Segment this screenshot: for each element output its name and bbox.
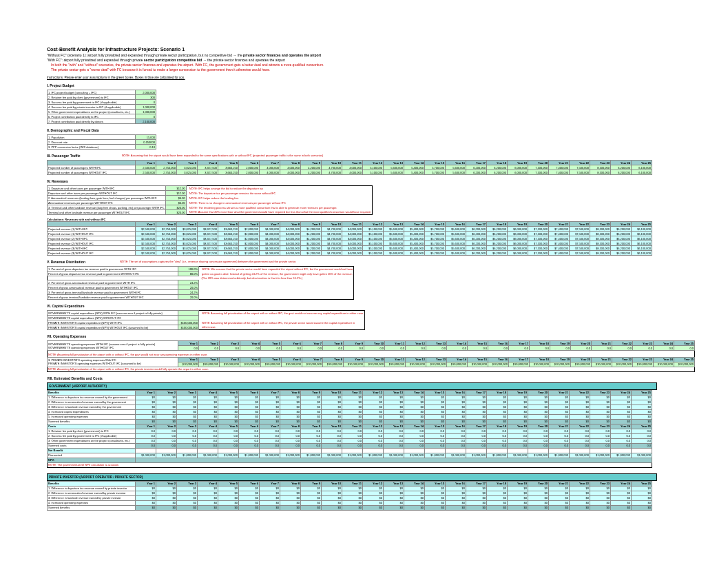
section-1-hdr: I. Project Budget bbox=[47, 83, 728, 88]
row-value[interactable]: 300 bbox=[136, 95, 156, 100]
row-label: 2. Retainer fee paid by client (governme… bbox=[48, 95, 136, 100]
section-6-hdr: VI. Capital Expenditure bbox=[47, 304, 728, 308]
note-red-1: In both the "with" and "without" scenari… bbox=[51, 63, 728, 67]
row-label: 7. Project contribution paid directly by… bbox=[48, 119, 136, 124]
row-value[interactable]: 0 bbox=[136, 100, 156, 105]
row-value[interactable]: 2,000,000 bbox=[136, 90, 156, 95]
capex-table: GOVERNMENT'S capital expenditure (NPV) W… bbox=[47, 310, 365, 330]
instructions: Instructions: Please enter your assumpti… bbox=[47, 76, 728, 79]
revenue-table: 1. Departure and other taxes per passeng… bbox=[47, 185, 373, 215]
gov-benefits-table: BenefitsYear 1Year 2Year 3Year 4Year 5Ye… bbox=[47, 390, 652, 468]
section-4-hdr: IV. Revenues bbox=[47, 179, 728, 183]
dist-table: 1. Percent of gross departure tax revenu… bbox=[47, 266, 354, 300]
row-label: 5. Other government expenditures on the … bbox=[48, 110, 136, 114]
demo-table: 1. Population15,0002. Discount rate0.050… bbox=[47, 134, 156, 150]
row-value[interactable]: 1,000,000 bbox=[136, 110, 156, 114]
row-label: 1. IFC project budget (consulting + IFC) bbox=[48, 90, 136, 95]
calc-table: Year 1Year 2Year 3Year 4Year 5Year 6Year… bbox=[47, 221, 652, 256]
s5-note: NOTE: The set of assumptions captures th… bbox=[120, 260, 296, 263]
s3-note: NOTE: Assuming that the airport would ha… bbox=[122, 154, 324, 157]
row-label: 6. Project contribution paid directly to… bbox=[48, 114, 136, 119]
section-5-hdr: V. Revenue Distribution bbox=[47, 260, 85, 264]
row-value[interactable]: 0 bbox=[136, 114, 156, 119]
page-title: Cost-Benefit Analysis for Infrastructure… bbox=[47, 47, 728, 52]
row-value: 2,100,000 bbox=[136, 119, 156, 124]
row-label: 3. Success fee paid by government to IFC… bbox=[48, 100, 136, 105]
subtitle-1: "Without FC" (scenario 1): airport fully… bbox=[47, 53, 728, 57]
section-3-hdr: III. Passenger Traffic bbox=[47, 154, 81, 158]
opex-table: GOVERNMENT'S operating expenses WITH IFC… bbox=[47, 340, 695, 372]
row-value[interactable]: 1,000,000 bbox=[136, 105, 156, 110]
section-8-hdr: VIII. Estimated Benefits and Costs bbox=[47, 376, 728, 380]
priv-benefits-table: BenefitsYear 1Year 2Year 3Year 4Year 5Ye… bbox=[47, 481, 652, 511]
row-label: 4. Success fee paid by private investor … bbox=[48, 105, 136, 110]
passenger-table: Year 1Year 2Year 3Year 4Year 5Year 6Year… bbox=[47, 160, 652, 175]
section-2-hdr: II. Demographic and Fiscal Data bbox=[47, 128, 728, 132]
budget-table: 1. IFC project budget (consulting + IFC)… bbox=[47, 90, 156, 124]
note-red-2: The private sector gets a "worse deal" w… bbox=[51, 68, 728, 72]
subtitle-2: "With FC": airport fully privatized and … bbox=[47, 58, 728, 62]
gov-hdr: GOVERNMENT (AIRPORT AUTHORITY) bbox=[47, 382, 657, 390]
section-7-hdr: VII. Operating Expenses bbox=[47, 334, 728, 338]
priv-hdr: PRIVATE INVESTOR (AIRPORT OPERATOR / PRI… bbox=[47, 473, 657, 481]
